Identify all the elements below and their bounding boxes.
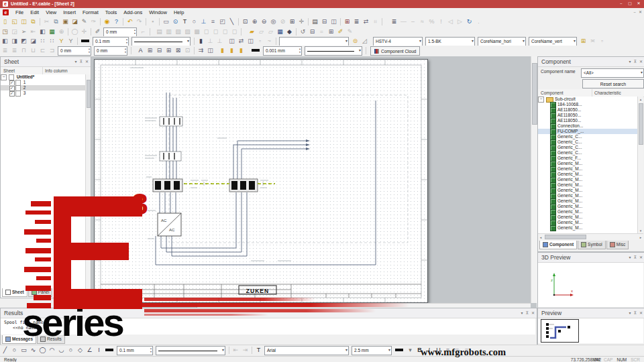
sheet-ref-icon[interactable]: ◫ [227, 37, 236, 46]
menu-view[interactable]: View [42, 8, 60, 17]
cut-icon[interactable]: ✂ [42, 17, 51, 26]
component-item[interactable]: Connection... [538, 123, 638, 129]
pos-y-spinner[interactable]: 0 mm [94, 46, 127, 56]
color-swatch[interactable] [105, 349, 113, 351]
panel-close-icon[interactable]: ✕ [531, 308, 535, 318]
line-width-spinner[interactable]: 0.1 mm [93, 37, 129, 46]
tab-misc[interactable]: Misc [606, 241, 629, 249]
component-item[interactable]: Generic_M... [538, 166, 638, 172]
panel-close-icon[interactable]: ✕ [639, 308, 643, 318]
select-tool-icon[interactable]: ▭ [162, 17, 170, 26]
align-top-icon[interactable]: ⊓ [19, 46, 28, 55]
pen-b-icon[interactable]: ✎ [345, 27, 354, 36]
formula-icon[interactable]: ≈ [418, 17, 427, 26]
tilde-icon[interactable]: ~ [265, 37, 274, 46]
text-glyph-icon[interactable]: T [254, 346, 263, 355]
tab-sheet[interactable]: Sheet [2, 288, 28, 297]
move-sheet-icon[interactable]: ⇤ [29, 27, 38, 36]
component-item[interactable]: Generic_M... [538, 172, 638, 177]
component-item[interactable]: FU-COMP_... [538, 129, 638, 134]
grid-g-icon[interactable]: ◻ [211, 27, 220, 36]
italic-icon[interactable]: I [425, 346, 433, 355]
block-c-icon[interactable]: ▱ [266, 27, 275, 36]
color-swatch[interactable] [252, 49, 260, 52]
tbl-b-icon[interactable]: ⊟ [155, 46, 164, 55]
draw-arc-down-icon[interactable]: ◡ [57, 346, 66, 355]
sheet-delete-icon[interactable]: ◲ [10, 27, 19, 36]
line-tool-diag-icon[interactable]: ╲ [227, 17, 236, 26]
save-all-icon[interactable]: ⧉ [29, 17, 38, 26]
pindots-b-icon[interactable]: ∷ [48, 37, 56, 46]
font-name-combo[interactable]: Arial [264, 346, 349, 355]
panel-pin-icon[interactable]: ⊼ [80, 57, 83, 66]
panel-close-icon[interactable]: ✕ [639, 253, 643, 262]
window-split-icon[interactable]: ⊟ [320, 17, 329, 26]
folder-c-icon[interactable]: ▮ [237, 46, 246, 55]
panel-menu-icon[interactable]: ▾ [629, 253, 631, 262]
frame-icon[interactable]: ◫ [206, 46, 215, 55]
wye-plain-icon[interactable]: Y [66, 37, 75, 46]
align-bottom-icon[interactable]: ⊔ [29, 46, 38, 55]
draw-line-icon[interactable]: ╱ [1, 346, 9, 355]
nav-first-icon[interactable]: ⇤ [231, 346, 240, 355]
flow-icon[interactable]: ⇉ [197, 46, 205, 55]
tree-view-icon[interactable]: ≣ [352, 17, 361, 26]
equals-icon[interactable]: = [317, 27, 326, 36]
paste-special-icon[interactable]: ◪ [70, 17, 79, 26]
refresh-icon[interactable]: ↻ [465, 17, 474, 26]
sheet-checkbox[interactable] [9, 91, 15, 97]
component-item[interactable]: Generic_C... [538, 134, 638, 139]
font-size-combo[interactable]: 2.5 mm [352, 346, 392, 355]
component-item[interactable]: Generic_M... [538, 177, 638, 182]
folder-a-icon[interactable]: ▮ [218, 46, 227, 55]
sheet-root-row[interactable]: − Untitled* [1, 74, 86, 80]
align-right-icon[interactable]: ⊐ [48, 46, 56, 55]
grid-f-icon[interactable]: ◻ [202, 27, 211, 36]
draw-angle-icon[interactable]: ∠ [85, 346, 94, 355]
panel-menu-icon[interactable]: ▾ [75, 57, 77, 66]
scroll-right-icon[interactable]: ▸ [638, 235, 643, 240]
component-item[interactable]: Generic_M... [538, 188, 638, 193]
menu-tools[interactable]: Tools [102, 8, 121, 17]
zoom-out-icon[interactable]: ⊖ [260, 17, 268, 26]
component-item[interactable]: AE118050... [538, 107, 638, 113]
dim-style-icon[interactable]: ⌐ [139, 27, 148, 36]
menu-edit[interactable]: Edit [27, 8, 42, 17]
tab-results[interactable]: Results [37, 335, 65, 344]
zoom-sheet-icon[interactable]: ⊞ [288, 17, 297, 26]
cross-add-icon[interactable]: ✛ [80, 27, 89, 36]
notes-icon[interactable]: ≣ [390, 17, 398, 26]
sheet-row-3[interactable]: 3 [1, 90, 86, 96]
child-close-icon[interactable]: ✕ [639, 8, 642, 17]
panel-close-icon[interactable]: ✕ [639, 57, 643, 66]
preview-thumbnail[interactable] [541, 319, 580, 343]
align-left2-icon[interactable]: ≡ [443, 346, 452, 355]
list-tool-icon[interactable]: ≡ [209, 17, 217, 26]
draw-rect-icon[interactable]: ▭ [19, 346, 28, 355]
save-icon[interactable]: ◫ [19, 17, 28, 26]
align-center2-icon[interactable]: ≡ [453, 346, 462, 355]
redo-icon[interactable]: ↷ [135, 17, 144, 26]
win-b-icon[interactable]: ⊞ [327, 27, 335, 36]
pindots-a-icon[interactable]: ∷ [38, 37, 47, 46]
tbl-e-icon[interactable]: ⊡ [183, 46, 192, 55]
component-item[interactable]: AE118050... [538, 113, 638, 118]
block-yellow-icon[interactable]: ▰ [248, 27, 256, 36]
block-b-icon[interactable]: ▱ [257, 27, 266, 36]
component-item[interactable]: Generic_M... [538, 215, 638, 220]
core-opt-icon[interactable]: ⊞ [579, 37, 588, 46]
panel-menu-icon[interactable]: ▾ [521, 308, 523, 318]
panel-pin-icon[interactable]: ⊼ [526, 308, 529, 318]
swap-conn-icon[interactable]: ⇄ [237, 37, 246, 46]
undo-icon[interactable]: ↶ [125, 17, 134, 26]
tab-component[interactable]: Component [539, 241, 577, 249]
menu-addons[interactable]: Add-ons [120, 8, 146, 17]
tbl-c-icon[interactable]: ⊞ [164, 46, 173, 55]
dist-b-icon[interactable]: ≣ [10, 46, 19, 55]
sheet-col1[interactable]: Sheet [3, 68, 15, 73]
panel-pin-icon[interactable]: ⊼ [634, 308, 637, 318]
grid-a-icon[interactable]: ▤ [155, 27, 164, 36]
pinpair-a-icon[interactable]: ◧ [1, 37, 9, 46]
maximize-icon[interactable]: ▢ [626, 0, 634, 7]
results-output[interactable]: Spool file name: <<no name>> [1, 318, 535, 335]
